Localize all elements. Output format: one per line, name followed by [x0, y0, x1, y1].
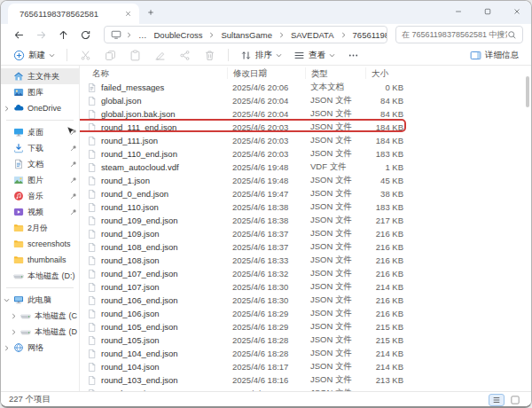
- view-icon: [293, 50, 305, 61]
- file-row[interactable]: round_1.json2025/4/6 19:48JSON 文件45 KB: [80, 174, 531, 187]
- thumbnail-view-toggle[interactable]: [507, 394, 523, 406]
- tab-close-icon[interactable]: [121, 7, 135, 20]
- sidebar-item[interactable]: 2月份: [1, 220, 79, 236]
- chevron-down-icon: [329, 52, 335, 59]
- sidebar-item[interactable]: 图库: [1, 84, 79, 100]
- file-icon: [87, 149, 97, 160]
- column-header-size[interactable]: 大小: [365, 67, 408, 79]
- breadcrumb-item[interactable]: 76561198378562581: [351, 30, 387, 40]
- column-header-name[interactable]: 名称: [87, 67, 227, 79]
- sidebar-item[interactable]: 视频: [1, 204, 79, 220]
- column-header-type[interactable]: 类型: [305, 67, 365, 79]
- pin-icon: [70, 161, 77, 168]
- sidebar-item[interactable]: 图片: [1, 172, 79, 188]
- file-row[interactable]: round_108_end.json2025/4/6 18:37JSON 文件2…: [80, 240, 531, 254]
- file-row[interactable]: round_109.json2025/4/6 18:37JSON 文件216 K…: [80, 227, 531, 240]
- breadcrumb-item[interactable]: DoubleCross: [153, 30, 205, 40]
- file-row[interactable]: round_105.json2025/4/6 18:28JSON 文件215 K…: [80, 333, 531, 347]
- file-row[interactable]: round_110_end.json2025/4/6 20:03JSON 文件1…: [80, 147, 531, 161]
- sidebar-item[interactable]: 音乐: [1, 188, 79, 204]
- file-name-cell: steam_autocloud.vdf: [87, 162, 227, 173]
- search-box[interactable]: [395, 26, 523, 43]
- cut-button[interactable]: [74, 46, 97, 64]
- file-row[interactable]: failed_messages2025/4/6 20:06文本文档0 KB: [80, 81, 531, 94]
- view-button[interactable]: 查看: [289, 46, 340, 64]
- file-size: 217 KB: [365, 216, 408, 225]
- file-type: JSON 文件: [305, 135, 365, 146]
- maximize-button[interactable]: [473, 1, 502, 21]
- explorer-tab[interactable]: 76561198378562581: [8, 4, 139, 24]
- column-header-date[interactable]: 修改日期: [227, 67, 305, 79]
- file-row[interactable]: global.json2025/4/6 20:04JSON 文件84 KB: [80, 94, 531, 107]
- file-icon: [87, 282, 97, 293]
- file-name: round_108_end.json: [101, 242, 178, 252]
- vertical-scrollbar[interactable]: [526, 76, 529, 107]
- file-row[interactable]: round_106.json2025/4/6 18:29JSON 文件216 K…: [80, 307, 531, 320]
- share-button[interactable]: [174, 46, 196, 64]
- file-row[interactable]: round_111.json2025/4/6 20:03JSON 文件184 K…: [80, 134, 531, 147]
- file-row[interactable]: global.json.bak.json2025/4/6 20:04JSON 文…: [80, 107, 531, 121]
- file-row[interactable]: round_106_end.json2025/4/6 18:30JSON 文件2…: [80, 294, 531, 307]
- sidebar-item[interactable]: 下载: [1, 140, 79, 156]
- breadcrumb-item[interactable]: SultansGame: [219, 30, 274, 40]
- search-input[interactable]: [402, 30, 507, 39]
- music-icon: [13, 191, 24, 201]
- new-button[interactable]: 新建: [9, 46, 59, 64]
- file-row[interactable]: round_107.json2025/4/6 18:30JSON 文件214 K…: [80, 280, 531, 294]
- file-row[interactable]: round_0_end.json2025/4/6 19:47JSON 文件38 …: [80, 187, 531, 200]
- file-row[interactable]: round_108.json2025/4/6 18:33JSON 文件216 K…: [80, 254, 531, 267]
- sidebar-item-label: 图库: [27, 87, 77, 98]
- breadcrumb-item[interactable]: SAVEDATA: [289, 30, 336, 40]
- forward-button[interactable]: [31, 26, 51, 43]
- file-row[interactable]: round_103.json2025/4/6 18:15JSON 文件213 K…: [80, 387, 531, 391]
- sidebar-item[interactable]: thumbnails: [1, 252, 79, 268]
- file-row[interactable]: round_107_end.json2025/4/6 18:32JSON 文件2…: [80, 267, 531, 280]
- file-date: 2025/4/6 18:32: [227, 269, 305, 279]
- sidebar-item[interactable]: 网络: [1, 340, 79, 356]
- close-window-button[interactable]: [502, 1, 531, 21]
- file-size: 1 KB: [365, 162, 408, 172]
- delete-button[interactable]: [199, 46, 221, 64]
- file-row[interactable]: round_110.json2025/4/6 18:38JSON 文件183 K…: [80, 200, 531, 214]
- more-options-button[interactable]: [342, 46, 364, 64]
- sidebar-item[interactable]: 主文件夹: [1, 68, 79, 84]
- new-tab-button[interactable]: [141, 3, 160, 22]
- file-date: 2025/4/6 18:28: [227, 335, 305, 345]
- details-pane-toggle[interactable]: 详细信息: [466, 46, 523, 64]
- sidebar-item[interactable]: 文档: [1, 156, 79, 172]
- sidebar-item[interactable]: 本地磁盘 (D:): [1, 324, 79, 340]
- file-row[interactable]: round_109_end.json2025/4/6 18:38JSON 文件2…: [80, 214, 531, 227]
- file-row[interactable]: steam_autocloud.vdf2025/4/6 19:48VDF 文件1…: [80, 161, 531, 174]
- mouse-cursor: [66, 126, 76, 137]
- breadcrumb[interactable]: …DoubleCrossSultansGameSAVEDATA765611983…: [104, 26, 387, 43]
- file-row[interactable]: round_103_end.json2025/4/6 18:16JSON 文件2…: [80, 373, 531, 387]
- details-view-toggle[interactable]: [489, 394, 505, 406]
- file-row[interactable]: round_104_end.json2025/4/6 18:28JSON 文件2…: [80, 347, 531, 360]
- copy-button[interactable]: [99, 46, 121, 64]
- sidebar-item[interactable]: screenshots: [1, 236, 79, 252]
- sidebar-item-label: 本地磁盘 (D:): [35, 326, 77, 338]
- back-button[interactable]: [9, 26, 29, 43]
- paste-button[interactable]: [124, 46, 146, 64]
- up-button[interactable]: [53, 26, 74, 43]
- refresh-button[interactable]: [75, 26, 96, 43]
- file-row[interactable]: round_111_end.json2025/4/6 20:03JSON 文件1…: [80, 121, 531, 134]
- sort-button[interactable]: 排序: [236, 46, 286, 64]
- file-date: 2025/4/6 20:03: [227, 122, 305, 132]
- sidebar-item[interactable]: 本地磁盘 (D:): [1, 268, 79, 284]
- sidebar-item[interactable]: OneDrive: [1, 100, 79, 116]
- minimize-button[interactable]: [443, 1, 473, 21]
- file-row[interactable]: round_105_end.json2025/4/6 18:29JSON 文件2…: [80, 320, 531, 333]
- sidebar-item[interactable]: 此电脑: [1, 292, 79, 308]
- items-count: 227 个项目: [9, 394, 51, 405]
- home-icon: [13, 71, 24, 82]
- file-icon: [87, 229, 97, 239]
- rename-button[interactable]: [149, 46, 171, 64]
- file-size: 213 KB: [365, 388, 408, 391]
- sidebar-item[interactable]: 本地磁盘 (C:): [1, 308, 79, 324]
- sort-button-label: 排序: [255, 50, 272, 61]
- sort-icon: [240, 50, 252, 61]
- breadcrumb-overflow[interactable]: …: [137, 30, 149, 40]
- file-row[interactable]: round_104.json2025/4/6 18:17JSON 文件214 K…: [80, 360, 531, 373]
- file-size: 216 KB: [365, 242, 408, 252]
